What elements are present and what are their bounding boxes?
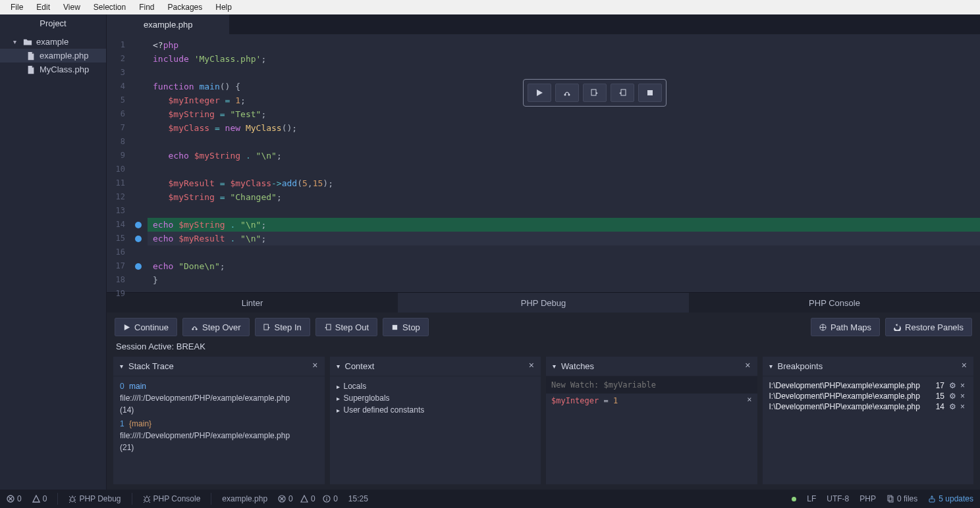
tree-file-myclass[interactable]: MyClass.php — [0, 63, 106, 76]
code-line[interactable]: <?php — [148, 38, 980, 52]
debug-stepin-button[interactable] — [583, 84, 607, 102]
menu-view[interactable]: View — [57, 1, 87, 13]
chevron-down-icon: ▾ — [13, 38, 19, 45]
watch-entry[interactable]: $myInteger = 1 × — [546, 394, 757, 408]
code-editor[interactable]: 12345678910111213141516171819 <?phpinclu… — [107, 34, 980, 292]
close-icon[interactable]: × — [312, 360, 317, 370]
status-files[interactable]: 0 files — [886, 494, 917, 503]
code-line[interactable] — [148, 245, 980, 259]
code-line[interactable] — [148, 66, 980, 80]
path-maps-button[interactable]: Path Maps — [811, 318, 880, 336]
breakpoint-row[interactable]: I:\Development\PHP\example\example.php14… — [769, 401, 967, 412]
menu-file[interactable]: File — [4, 1, 30, 13]
breakpoint-dot-icon[interactable] — [135, 222, 142, 228]
close-icon[interactable]: × — [962, 360, 967, 370]
panel-context: ▾ Context × ▸Locals ▸Superglobals ▸User … — [330, 357, 541, 484]
stack-frame[interactable]: 0 main file:///I:/Development/PHP/exampl… — [120, 380, 318, 418]
panel-header[interactable]: ▾ Breakpoints × — [763, 357, 974, 376]
code-line[interactable]: echo $myString . "\n"; — [148, 149, 980, 163]
panel-header[interactable]: ▾ Stack Trace × — [113, 357, 325, 376]
panel-header[interactable]: ▾ Watches × — [546, 357, 757, 376]
code-line[interactable]: $myString = "Test"; — [148, 107, 980, 121]
status-cursor[interactable]: 15:25 — [348, 494, 368, 503]
chevron-down-icon: ▾ — [769, 363, 773, 370]
debug-float-toolbar — [523, 79, 667, 107]
code-line[interactable]: include 'MyClass.php'; — [148, 52, 980, 66]
breakpoint-dot-icon[interactable] — [135, 236, 142, 242]
project-sidebar: Project ▾ example example.php MyClass.ph… — [0, 14, 107, 490]
breakpoint-row[interactable]: I:\Development\PHP\example\example.php17… — [769, 380, 967, 391]
tree-folder-example[interactable]: ▾ example — [0, 35, 106, 49]
menu-selection[interactable]: Selection — [87, 1, 132, 13]
restore-panels-button[interactable]: Restore Panels — [885, 318, 972, 336]
status-encoding[interactable]: UTF-8 — [827, 494, 849, 503]
close-icon[interactable]: × — [958, 402, 967, 411]
status-php-console[interactable]: PHP Console — [143, 494, 201, 503]
watch-input[interactable] — [546, 376, 757, 394]
debug-stepout-button[interactable] — [611, 84, 634, 102]
gear-icon[interactable]: ⚙ — [947, 392, 958, 401]
status-errors[interactable]: 0 — [7, 494, 22, 503]
panel-header[interactable]: ▾ Context × — [330, 357, 541, 376]
panel-stack-trace: ▾ Stack Trace × 0 main file:///I:/Develo… — [113, 357, 325, 484]
code-line[interactable] — [148, 135, 980, 149]
close-icon[interactable]: × — [747, 395, 751, 404]
code-line[interactable]: $myString = "Changed"; — [148, 190, 980, 204]
breakpoint-gutter[interactable] — [129, 34, 148, 292]
stack-frame[interactable]: 1 {main} file:///I:/Development/PHP/exam… — [120, 418, 318, 455]
code-line[interactable] — [148, 163, 980, 176]
tree-file-example[interactable]: example.php — [0, 49, 106, 63]
stop-button[interactable]: Stop — [383, 318, 429, 336]
gear-icon[interactable]: ⚙ — [947, 381, 958, 390]
close-icon[interactable]: × — [529, 360, 534, 370]
gear-icon[interactable]: ⚙ — [947, 402, 958, 411]
step-in-button[interactable]: Step In — [255, 318, 310, 336]
step-out-button[interactable]: Step Out — [315, 318, 377, 336]
status-warnings[interactable]: 0 — [32, 494, 47, 503]
continue-button[interactable]: Continue — [115, 318, 177, 336]
svg-rect-18 — [889, 497, 893, 502]
code-line[interactable]: echo $myString . "\n"; — [148, 218, 980, 232]
code-line[interactable]: echo "Done\n"; — [148, 259, 980, 273]
status-updates[interactable]: 5 updates — [928, 494, 973, 503]
menu-edit[interactable]: Edit — [30, 1, 57, 13]
context-group-locals[interactable]: ▸Locals — [337, 380, 535, 392]
sidebar-title: Project — [0, 14, 106, 32]
code-line[interactable] — [148, 287, 980, 301]
debug-continue-button[interactable] — [528, 84, 551, 102]
status-language[interactable]: PHP — [859, 494, 876, 503]
menu-help[interactable]: Help — [209, 1, 238, 13]
menu-find[interactable]: Find — [132, 1, 161, 13]
code-line[interactable]: $myClass = new MyClass(); — [148, 121, 980, 135]
svg-rect-7 — [263, 324, 267, 329]
bottom-panel: Linter PHP Debug PHP Console Continue St… — [107, 292, 980, 490]
close-icon[interactable]: × — [958, 392, 967, 401]
panel-title: Stack Trace — [128, 361, 174, 371]
svg-rect-19 — [929, 499, 935, 502]
close-icon[interactable]: × — [745, 360, 750, 370]
context-group-userconst[interactable]: ▸User defined constants — [337, 404, 535, 416]
panel-breakpoints: ▾ Breakpoints × I:\Development\PHP\examp… — [763, 357, 974, 484]
code-line[interactable]: } — [148, 273, 980, 287]
code-area[interactable]: <?phpinclude 'MyClass.php';function main… — [148, 34, 980, 292]
status-php-debug[interactable]: PHP Debug — [68, 494, 121, 503]
close-icon[interactable]: × — [958, 381, 967, 390]
code-line[interactable] — [148, 204, 980, 218]
breakpoint-row[interactable]: I:\Development\PHP\example\example.php15… — [769, 391, 967, 401]
menu-packages[interactable]: Packages — [161, 1, 209, 13]
svg-rect-8 — [326, 324, 330, 329]
status-eol[interactable]: LF — [807, 494, 816, 503]
panel-title: Watches — [561, 361, 594, 371]
status-diagnostics[interactable]: 0 0 0 — [278, 494, 338, 503]
context-group-superglobals[interactable]: ▸Superglobals — [337, 392, 535, 404]
breakpoint-dot-icon[interactable] — [135, 263, 142, 270]
status-filename[interactable]: example.php — [222, 494, 267, 503]
debug-stop-button[interactable] — [638, 84, 662, 102]
status-bar: 0 0 PHP Debug PHP Console example.php 0 … — [0, 490, 980, 508]
tree-file-label: example.php — [40, 51, 88, 61]
code-line[interactable]: $myResult = $myClass->add(5,15); — [148, 176, 980, 190]
editor-tab[interactable]: example.php — [107, 14, 230, 34]
step-over-button[interactable]: Step Over — [182, 318, 250, 336]
code-line[interactable]: echo $myResult . "\n"; — [148, 232, 980, 245]
debug-stepover-button[interactable] — [555, 84, 579, 102]
